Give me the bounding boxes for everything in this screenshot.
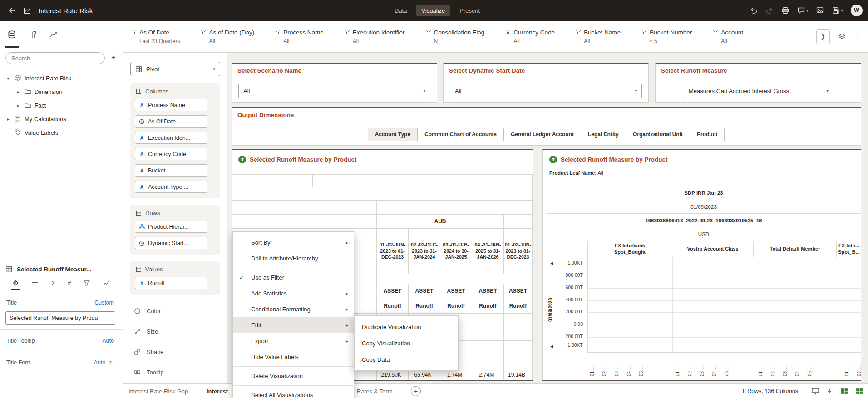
- menu-item-delete-visualization[interactable]: Delete Visualization: [233, 368, 354, 384]
- output-dim-product-button[interactable]: Product: [690, 128, 725, 141]
- refresh-display-icon[interactable]: [811, 387, 819, 395]
- filter-chip-currency-code[interactable]: Currency Code All: [505, 29, 555, 44]
- viz-type-select[interactable]: Pivot ▾: [130, 62, 220, 76]
- tree-item-my-calculations[interactable]: ▸ My Calculations: [0, 112, 123, 126]
- analytics-tab-icon[interactable]: [49, 21, 58, 48]
- title-tooltip-mode-link[interactable]: Auto: [102, 338, 114, 344]
- caret-down-icon[interactable]: ▾: [5, 76, 11, 81]
- title-font-mode-link[interactable]: Auto: [94, 359, 105, 366]
- user-avatar[interactable]: W: [851, 5, 863, 16]
- filter-chip-process-name[interactable]: Process Name All: [275, 29, 324, 44]
- runoff-measure-select[interactable]: Measures.Gap Accrued Interest Gross ▾: [684, 84, 833, 98]
- menu-item-use-as-filter[interactable]: ✓Use as Filter: [233, 270, 354, 285]
- tree-item-dataset[interactable]: ▾ Interest Rate Risk: [0, 71, 123, 85]
- dynamic-start-date-select[interactable]: All ▾: [450, 84, 642, 98]
- title-mode-link[interactable]: Custom: [94, 300, 114, 306]
- auto-apply-bolt-icon[interactable]: [826, 388, 833, 395]
- filter-chip-bucket-number[interactable]: Bucket Number ≤ 5: [641, 29, 692, 44]
- canvas-tab-rates-and-term[interactable]: Rates & Term: [357, 384, 393, 398]
- columns-icon: [136, 88, 142, 94]
- trellis-visualization[interactable]: Selected Runoff Measure by Product Produ…: [542, 149, 861, 381]
- menu-item-export[interactable]: Export▸: [233, 333, 354, 349]
- filter-chip-bucket-name[interactable]: Bucket Name All: [576, 29, 621, 44]
- filter-chip-as-of-date-day[interactable]: As of Date (Day) All: [201, 29, 254, 44]
- scroll-up-panel-icon[interactable]: ◀: [550, 261, 553, 265]
- caret-right-icon[interactable]: ▸: [15, 103, 21, 108]
- scroll-down-panel-icon[interactable]: ◀: [550, 344, 553, 349]
- comment-dropdown-icon[interactable]: ▾: [797, 6, 809, 15]
- grammar-tooltip-target[interactable]: Tooltip: [130, 362, 220, 383]
- scenario-select[interactable]: All ▾: [238, 84, 430, 98]
- canvas-tab-interest[interactable]: Interest: [207, 384, 228, 398]
- canvas-layout-columns-icon[interactable]: [840, 387, 848, 395]
- filter-chip-account[interactable]: Account... All: [713, 29, 748, 44]
- grammar-chip-dynamic-start[interactable]: Dynamic Start...: [135, 237, 207, 249]
- grammar-color-target[interactable]: Color: [130, 301, 220, 321]
- submenu-item-copy-data[interactable]: Copy Data: [355, 351, 458, 368]
- grammar-chip-bucket[interactable]: ABucket: [135, 164, 207, 177]
- menu-item-conditional-formatting[interactable]: Conditional Formatting▸: [233, 301, 354, 317]
- grammar-chip-currency-code[interactable]: ACurrency Code: [135, 148, 207, 160]
- grammar-chip-process-name[interactable]: AProcess Name: [135, 99, 207, 111]
- back-icon[interactable]: [7, 6, 15, 15]
- filter-applied-icon[interactable]: [549, 156, 557, 163]
- tree-item-value-labels[interactable]: Value Labels: [0, 126, 123, 139]
- add-data-icon[interactable]: +: [109, 54, 118, 63]
- menu-item-hide-value-labels[interactable]: Hide Value Labels: [233, 349, 354, 365]
- filter-bar-menu-icon[interactable]: ⋮: [854, 32, 862, 41]
- output-dim-general-ledger-button[interactable]: General Ledger Account: [503, 128, 581, 141]
- filter-applied-icon[interactable]: [238, 156, 246, 163]
- grammar-shape-target[interactable]: Shape: [130, 342, 220, 362]
- save-dropdown-icon[interactable]: ▾: [832, 6, 843, 15]
- trellis-plot-area[interactable]: [587, 257, 861, 353]
- general-gear-icon[interactable]: ⚙: [13, 279, 19, 290]
- viz-title-input[interactable]: [5, 311, 115, 325]
- undo-icon[interactable]: [750, 6, 758, 15]
- totals-sigma-icon[interactable]: Σ: [51, 280, 55, 290]
- submenu-item-duplicate-visualization[interactable]: Duplicate Visualization: [355, 319, 458, 335]
- filter-chip-execution-identifier[interactable]: Execution Identifier All: [345, 29, 405, 44]
- tab-visualize[interactable]: Visualize: [416, 5, 450, 16]
- filter-bar-layers-icon[interactable]: [838, 33, 846, 41]
- grammar-chip-runoff[interactable]: #Runoff: [135, 277, 207, 289]
- grammar-chip-account-type[interactable]: AAccount Type ...: [135, 181, 207, 193]
- submenu-arrow-icon: ▸: [346, 240, 348, 245]
- menu-item-add-statistics[interactable]: Add Statistics▸: [233, 285, 354, 301]
- grammar-chip-as-of-date[interactable]: As Of Date: [135, 115, 207, 128]
- export-image-icon[interactable]: [816, 6, 824, 15]
- output-dim-account-type-button[interactable]: Account Type: [368, 128, 418, 141]
- caret-right-icon[interactable]: ▸: [15, 89, 21, 94]
- search-input[interactable]: [5, 52, 105, 64]
- menu-item-sort-by[interactable]: Sort By▸: [233, 235, 354, 251]
- tree-item-dimension[interactable]: ▸ Dimension: [0, 85, 123, 98]
- submenu-item-copy-visualization[interactable]: Copy Visualization: [355, 335, 458, 351]
- menu-item-edit[interactable]: Edit▸: [233, 317, 354, 333]
- analytics-trend-icon[interactable]: [103, 280, 110, 290]
- reset-icon[interactable]: ↻: [109, 359, 114, 366]
- add-canvas-icon[interactable]: +: [411, 386, 421, 396]
- filter-chip-as-of-date[interactable]: As Of Date Last 23 Quarters: [131, 29, 180, 44]
- grammar-chip-execution-identifier[interactable]: AExecution Iden...: [135, 132, 207, 144]
- filter-chip-consolidation-flag[interactable]: Consolidation Flag N: [426, 29, 485, 44]
- output-dim-organizational-unit-button[interactable]: Organizational Unit: [626, 128, 690, 141]
- data-tab-icon[interactable]: [7, 21, 16, 48]
- axis-list-icon[interactable]: [31, 280, 39, 290]
- output-dim-legal-entity-button[interactable]: Legal Entity: [581, 128, 626, 141]
- values-hash-icon[interactable]: #: [68, 280, 71, 290]
- grammar-chip-product-hierarchy[interactable]: Product Hierar...: [135, 221, 207, 233]
- canvas-layout-grid-icon[interactable]: [855, 387, 863, 395]
- tab-data[interactable]: Data: [390, 5, 412, 16]
- filters-funnel-icon[interactable]: [84, 280, 90, 289]
- menu-item-select-all-visualizations[interactable]: Select All Visualizations: [233, 387, 354, 398]
- print-icon[interactable]: [781, 6, 789, 15]
- redo-icon[interactable]: [765, 6, 774, 15]
- canvas-tab-interest-rate-risk-gap[interactable]: Interest Rate Risk Gap: [128, 384, 188, 398]
- tab-present[interactable]: Present: [454, 5, 485, 16]
- output-dim-common-chart-button[interactable]: Common Chart of Accounts: [417, 128, 504, 141]
- visualizations-tab-icon[interactable]: [28, 21, 37, 48]
- menu-item-drill[interactable]: Drill to Attribute/Hierarchy...: [233, 251, 354, 266]
- tree-item-fact[interactable]: ▸ Fact: [0, 98, 123, 112]
- grammar-size-target[interactable]: Size: [130, 321, 220, 342]
- filter-bar-expand-chevron[interactable]: ❯: [816, 29, 830, 44]
- caret-right-icon[interactable]: ▸: [5, 117, 11, 122]
